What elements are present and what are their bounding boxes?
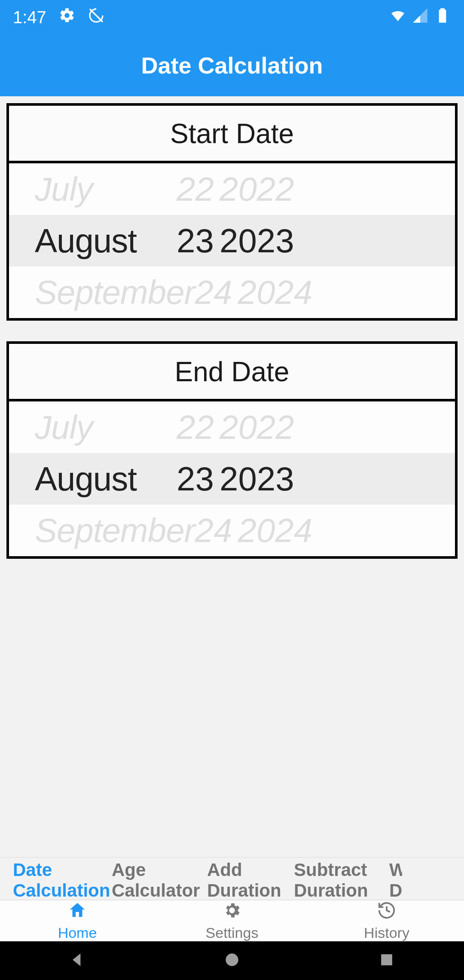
app-bar: Date Calculation: [0, 34, 464, 96]
home-circle-icon[interactable]: [223, 950, 241, 971]
end-date-prev-day: 22: [177, 408, 220, 447]
start-date-sel-month: August: [35, 221, 177, 260]
tab-age-calculator[interactable]: Age Calculator: [112, 857, 180, 900]
start-date-prev-year: 2022: [220, 170, 305, 209]
end-date-prev-row[interactable]: July 22 2022: [9, 401, 455, 453]
tab-truncated[interactable]: W D: [389, 857, 402, 900]
start-date-next-day: 24: [195, 273, 238, 312]
start-date-title: Start Date: [9, 106, 455, 163]
signal-icon: [412, 7, 429, 28]
end-date-sel-day: 23: [177, 459, 220, 499]
page-title: Date Calculation: [141, 52, 323, 79]
end-date-title: End Date: [9, 344, 455, 401]
home-icon: [67, 900, 87, 924]
start-date-prev-row[interactable]: July 22 2022: [9, 163, 455, 215]
content-area: Start Date July 22 2022 August 23 2023 S…: [0, 96, 464, 857]
recent-icon[interactable]: [377, 950, 396, 971]
nav-home-label: Home: [58, 925, 97, 941]
nav-history-label: History: [364, 925, 409, 941]
end-date-card: End Date July 22 2022 August 23 2023 Sep…: [6, 341, 458, 559]
back-icon[interactable]: [68, 950, 87, 971]
tab-truncated-l2: D: [389, 880, 402, 900]
end-date-prev-month: July: [35, 408, 177, 447]
gear-icon: [222, 900, 242, 924]
tab-truncated-l1: W: [389, 860, 402, 880]
battery-icon: [434, 7, 451, 28]
start-date-card: Start Date July 22 2022 August 23 2023 S…: [6, 103, 458, 321]
svg-point-0: [226, 953, 238, 966]
end-date-next-year: 2024: [238, 511, 324, 550]
tab-add-duration[interactable]: Add Duration: [207, 857, 267, 900]
status-time: 1:47: [13, 8, 46, 27]
start-date-sel-day: 23: [177, 221, 220, 260]
status-bar-right: [389, 7, 451, 28]
start-date-prev-month: July: [35, 170, 177, 209]
end-date-next-month: September: [35, 511, 195, 550]
mode-tabs[interactable]: Date Calculation Age Calculator Add Dura…: [0, 857, 464, 900]
tab-subtract-duration[interactable]: Subtract Duration: [294, 857, 363, 900]
wifi-icon: [389, 7, 406, 28]
end-date-picker[interactable]: July 22 2022 August 23 2023 September 24…: [9, 401, 455, 556]
start-date-prev-day: 22: [177, 170, 220, 209]
end-date-sel-month: August: [35, 459, 177, 499]
start-date-selected-row[interactable]: August 23 2023: [9, 215, 455, 266]
history-icon: [377, 900, 397, 924]
end-date-sel-year: 2023: [220, 459, 305, 499]
end-date-next-day: 24: [195, 511, 238, 550]
end-date-selected-row[interactable]: August 23 2023: [9, 453, 455, 505]
start-date-picker[interactable]: July 22 2022 August 23 2023 September 24…: [9, 163, 455, 318]
end-date-prev-year: 2022: [220, 408, 305, 447]
bottom-nav: Home Settings History: [0, 900, 464, 941]
tab-date-calculation[interactable]: Date Calculation: [13, 857, 85, 900]
svg-rect-1: [381, 954, 392, 965]
nav-home[interactable]: Home: [0, 900, 155, 941]
no-sync-icon: [88, 7, 105, 28]
status-bar-left: 1:47: [13, 7, 105, 28]
start-date-next-month: September: [35, 273, 195, 312]
end-date-next-row[interactable]: September 24 2024: [9, 505, 455, 556]
start-date-next-year: 2024: [238, 273, 324, 312]
nav-history[interactable]: History: [309, 900, 464, 941]
gear-icon: [58, 7, 76, 28]
status-bar: 1:47: [0, 0, 464, 34]
start-date-sel-year: 2023: [220, 221, 305, 260]
start-date-next-row[interactable]: September 24 2024: [9, 266, 455, 318]
nav-settings-label: Settings: [206, 925, 259, 941]
system-nav: [0, 941, 464, 980]
nav-settings[interactable]: Settings: [155, 900, 309, 941]
